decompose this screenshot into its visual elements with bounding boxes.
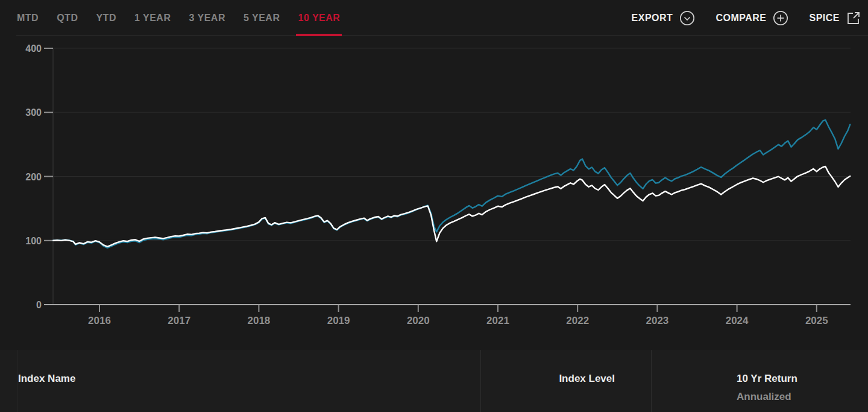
column-header-10yr-return-line1: 10 Yr Return (737, 373, 797, 385)
series-1-teal (53, 120, 850, 248)
tab-1-year[interactable]: 1 YEAR (134, 0, 171, 36)
tab-ytd[interactable]: YTD (96, 0, 116, 36)
performance-chart[interactable]: 0100200300400201620172018201920202021202… (0, 0, 868, 338)
export-button[interactable]: EXPORT (632, 10, 696, 26)
column-header-index-name: Index Name (18, 373, 75, 385)
x-tick-label: 2024 (726, 315, 749, 326)
chevron-down-circle-icon (679, 10, 695, 26)
y-tick-label: 0 (36, 300, 42, 310)
tab-mtd[interactable]: MTD (17, 0, 39, 36)
x-tick-label: 2021 (486, 315, 509, 326)
tab-3-year[interactable]: 3 YEAR (189, 0, 225, 36)
x-tick-label: 2018 (247, 315, 270, 326)
y-tick-label: 200 (25, 172, 42, 182)
period-tabs: MTD QTD YTD 1 YEAR 3 YEAR 5 YEAR 10 YEAR (17, 0, 340, 36)
x-tick-label: 2017 (168, 315, 190, 326)
x-tick-label: 2020 (407, 315, 430, 326)
external-link-icon (846, 11, 861, 25)
column-header-index-level: Index Level (480, 373, 633, 385)
toolbar-actions: EXPORT COMPARE SPICE (632, 0, 861, 36)
plus-circle-icon (773, 10, 788, 26)
toolbar: MTD QTD YTD 1 YEAR 3 YEAR 5 YEAR 10 YEAR… (0, 0, 868, 36)
y-tick-label: 300 (25, 107, 42, 118)
y-tick-label: 100 (25, 236, 42, 246)
x-tick-label: 2023 (646, 315, 668, 326)
spice-label: SPICE (809, 13, 840, 24)
export-label: EXPORT (632, 13, 673, 24)
tab-10-year[interactable]: 10 YEAR (298, 0, 340, 36)
compare-button[interactable]: COMPARE (715, 10, 788, 26)
table-divider-2 (651, 350, 652, 412)
table-divider-left (17, 350, 17, 412)
x-tick-label: 2019 (327, 315, 350, 326)
series-2-white (53, 166, 850, 247)
spice-button[interactable]: SPICE (809, 11, 861, 25)
x-tick-label: 2022 (566, 315, 589, 326)
column-header-10yr-return: 10 Yr Return Annualized (737, 373, 797, 403)
compare-label: COMPARE (715, 13, 766, 24)
tab-5-year[interactable]: 5 YEAR (244, 0, 280, 36)
y-tick-label: 400 (25, 43, 42, 54)
x-tick-label: 2025 (805, 315, 828, 326)
tab-qtd[interactable]: QTD (57, 0, 78, 36)
column-header-10yr-return-line2: Annualized (737, 391, 797, 403)
x-tick-label: 2016 (88, 315, 111, 326)
